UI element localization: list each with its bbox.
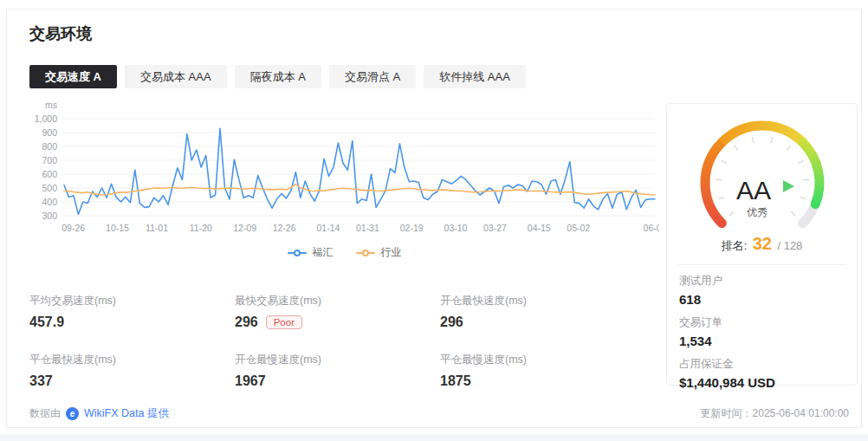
stat-value: 296 — [440, 315, 645, 330]
y-tick-label: 300 — [42, 211, 57, 221]
stat-cell: 平仓最慢速度(ms)1875 — [440, 353, 645, 389]
stat-cell: 平均交易速度(ms)457.9 — [29, 294, 235, 330]
stat-cell: 开仓最快速度(ms)296 — [440, 294, 645, 330]
stat-cell: 开仓最慢速度(ms)1967 — [235, 353, 440, 389]
stat-label: 开仓最快速度(ms) — [440, 294, 645, 308]
legend-marker-icon — [356, 250, 375, 256]
stat-number: 1875 — [440, 373, 471, 389]
rank-total: / 128 — [777, 239, 802, 252]
poor-badge: Poor — [266, 315, 302, 329]
x-tick-label: 11-01 — [146, 223, 168, 233]
wikifx-logo-icon: e — [66, 407, 79, 420]
stat-number: 457.9 — [29, 315, 64, 330]
line-chart-svg: 1,000900800700600500400300ms09-2610-1511… — [29, 99, 659, 239]
speed-chart[interactable]: 1,000900800700600500400300ms09-2610-1511… — [29, 99, 659, 239]
x-tick-label: 11-20 — [190, 223, 212, 233]
panel-item-value: $1,440,984 USD — [679, 375, 845, 390]
legend-item-行业[interactable]: 行业 — [356, 245, 402, 260]
panel-item-label: 交易订单 — [679, 315, 845, 330]
legend-label: 行业 — [381, 245, 402, 260]
x-tick-label: 12-09 — [233, 223, 256, 233]
gauge-tick — [770, 137, 771, 143]
gauge-pointer-icon — [783, 180, 794, 192]
stat-cell: 平仓最快速度(ms)337 — [29, 353, 235, 389]
page-background-strip — [0, 434, 868, 441]
gauge-tick — [718, 197, 724, 198]
gauge-arc-yellow — [722, 126, 802, 142]
x-tick-label: 02-19 — [400, 223, 424, 233]
data-source: 数据由 e WikiFX Data 提供 — [29, 406, 169, 421]
y-tick-label: 700 — [42, 155, 57, 165]
data-source-prefix: 数据由 — [29, 406, 61, 421]
gauge-tick — [787, 146, 790, 151]
tab-3[interactable]: 交易滑点 A — [329, 65, 416, 88]
stat-label: 最快交易速度(ms) — [235, 294, 440, 308]
legend-marker-icon — [288, 250, 307, 256]
panel-item-value: 618 — [679, 292, 845, 307]
stat-number: 296 — [440, 315, 463, 330]
x-tick-label: 12-26 — [273, 223, 296, 233]
page-title: 交易环境 — [29, 23, 92, 44]
tab-bar: 交易速度 A交易成本 AAA隔夜成本 A交易滑点 A软件掉线 AAA — [29, 65, 526, 88]
trading-environment-page: 交易环境 交易速度 A交易成本 AAA隔夜成本 A交易滑点 A软件掉线 AAA … — [0, 0, 868, 441]
stat-number: 296 — [235, 315, 258, 330]
update-time: 更新时间：2025-06-04 01:00:00 — [701, 406, 849, 421]
rank-label: 排名: — [722, 239, 748, 252]
gauge-tick — [798, 160, 803, 163]
gauge-tick — [752, 137, 753, 143]
x-tick-label: 03-10 — [444, 223, 468, 233]
y-axis-unit-label: ms — [45, 100, 57, 110]
stat-number: 1967 — [235, 373, 266, 389]
y-tick-label: 600 — [42, 169, 57, 179]
gauge-tick — [729, 211, 733, 216]
wikifx-data-link[interactable]: WikiFX Data 提供 — [84, 406, 169, 421]
rank-value: 32 — [753, 234, 772, 253]
stat-value: 1967 — [235, 373, 440, 389]
series-line-行业 — [64, 185, 655, 196]
y-tick-label: 500 — [42, 183, 57, 193]
rank-row: 排名: 32 / 128 — [667, 234, 857, 254]
gauge-tick — [791, 211, 795, 216]
y-tick-label: 800 — [42, 141, 57, 152]
x-tick-label: 06-04 — [644, 223, 659, 233]
y-tick-label: 400 — [42, 197, 57, 207]
gauge-arc-green — [802, 142, 819, 204]
stat-cell: 最快交易速度(ms)296Poor — [235, 294, 440, 330]
gauge-arc-red — [704, 142, 721, 223]
rating-grade-desc: 优秀 — [747, 206, 768, 218]
stat-value: 1875 — [440, 373, 645, 389]
stat-label: 平仓最快速度(ms) — [29, 353, 235, 367]
panel-item-value: 1,534 — [679, 334, 845, 348]
gauge-tick — [721, 160, 726, 163]
legend-label: 福汇 — [313, 245, 334, 260]
stat-label: 平均交易速度(ms) — [29, 294, 235, 308]
x-tick-label: 03-27 — [483, 223, 507, 233]
x-tick-label: 09-26 — [62, 223, 85, 233]
x-tick-label: 10-15 — [106, 223, 129, 233]
y-tick-label: 1,000 — [35, 113, 57, 124]
tab-0-active[interactable]: 交易速度 A — [29, 65, 117, 88]
y-tick-label: 900 — [42, 127, 57, 138]
tab-1[interactable]: 交易成本 AAA — [125, 65, 227, 88]
tab-2[interactable]: 隔夜成本 A — [235, 65, 321, 88]
panel-item-label: 测试用户 — [679, 274, 845, 289]
x-tick-label: 05-02 — [567, 223, 590, 233]
stat-label: 开仓最慢速度(ms) — [235, 353, 440, 367]
stat-value: 337 — [29, 373, 235, 389]
trading-environment-card: 交易环境 交易速度 A交易成本 AAA隔夜成本 A交易滑点 A软件掉线 AAA … — [6, 9, 862, 428]
legend-item-福汇[interactable]: 福汇 — [288, 245, 334, 260]
x-tick-label: 01-31 — [356, 223, 379, 233]
stat-number: 337 — [29, 373, 53, 389]
chart-legend: 福汇行业 — [29, 245, 659, 260]
stat-value: 296Poor — [235, 315, 440, 330]
stat-value: 457.9 — [29, 315, 235, 330]
rating-panel: AA 优秀 排名: 32 / 128 测试用户618交易订单1,534占用保证金… — [666, 103, 858, 386]
panel-items: 测试用户618交易订单1,534占用保证金$1,440,984 USD — [667, 274, 857, 390]
stats-grid: 平均交易速度(ms)457.9最快交易速度(ms)296Poor开仓最快速度(m… — [29, 294, 645, 389]
stat-label: 平仓最慢速度(ms) — [440, 353, 645, 367]
x-tick-label: 04-15 — [528, 223, 551, 233]
rating-gauge: AA 优秀 — [693, 110, 832, 233]
tab-4[interactable]: 软件掉线 AAA — [424, 65, 526, 88]
gauge-tick — [734, 146, 737, 151]
panel-item-label: 占用保证金 — [679, 357, 845, 372]
